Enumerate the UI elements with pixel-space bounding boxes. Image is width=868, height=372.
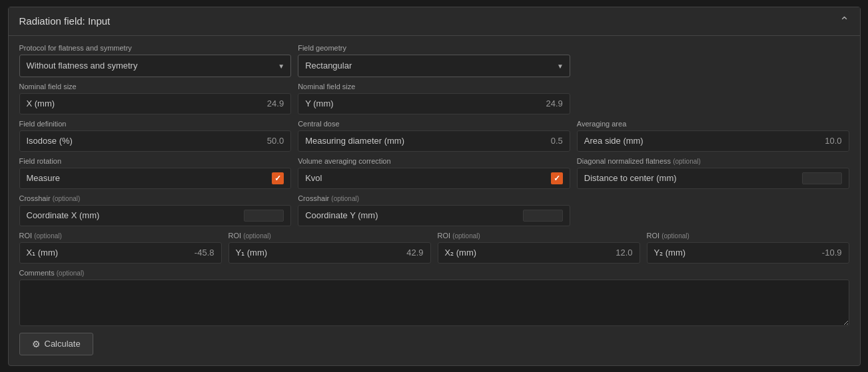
diagonal-flatness-field: Distance to center (mm): [577, 168, 849, 189]
diagonal-flatness-group: Diagonal normalized flatness (optional) …: [577, 157, 849, 189]
field-definition-value: 50.0: [267, 136, 284, 146]
gear-icon: ⚙: [32, 339, 41, 349]
spacer3: [577, 194, 849, 226]
averaging-area-sublabel: Area side (mm): [584, 136, 644, 146]
averaging-area-field: Area side (mm) 10.0: [577, 130, 849, 152]
row-field-def: Field definition Isodose (%) 50.0 Centra…: [19, 120, 849, 152]
nominal-y-group: Nominal field size Y (mm) 24.9: [298, 83, 570, 114]
window-title: Radiation field: Input: [19, 15, 111, 27]
crosshair-x-field: Coordinate X (mm): [19, 205, 292, 226]
roi-y1-sublabel: Y₁ (mm): [236, 248, 268, 258]
nominal-y-field: Y (mm) 24.9: [298, 93, 570, 114]
crosshair-y-group: Crosshair (optional) Coordinate Y (mm): [298, 194, 570, 226]
field-definition-label: Field definition: [19, 120, 292, 128]
roi-x2-field: X₂ (mm) 12.0: [438, 242, 640, 264]
calculate-button[interactable]: ⚙ Calculate: [19, 333, 93, 355]
spacer2: [577, 83, 849, 114]
nominal-x-group: Nominal field size X (mm) 24.9: [19, 83, 292, 114]
field-rotation-group: Field rotation Measure: [19, 157, 292, 189]
field-rotation-checkbox[interactable]: [272, 172, 284, 184]
roi-x2-label: ROI (optional): [438, 232, 640, 240]
field-rotation-sublabel: Measure: [27, 173, 61, 183]
nominal-x-label: Nominal field size: [19, 83, 292, 91]
protocol-label: Protocol for flatness and symmetry: [19, 44, 292, 52]
diagonal-flatness-sublabel: Distance to center (mm): [584, 173, 677, 183]
field-geometry-select[interactable]: Rectangular Circular Elliptical: [298, 55, 570, 77]
roi-y2-group: ROI (optional) Y₂ (mm) -10.9: [647, 232, 849, 264]
roi-x1-sublabel: X₁ (mm): [27, 248, 59, 258]
volume-averaging-sublabel: Kvol: [305, 173, 322, 183]
crosshair-x-group: Crosshair (optional) Coordinate X (mm): [19, 194, 292, 226]
protocol-select-wrapper: Without flatness and symetry With flatne…: [19, 55, 292, 77]
roi-y2-field: Y₂ (mm) -10.9: [647, 242, 849, 264]
roi-y2-sublabel: Y₂ (mm): [654, 248, 686, 258]
roi-x2-group: ROI (optional) X₂ (mm) 12.0: [438, 232, 640, 264]
roi-y1-value: 42.9: [406, 248, 423, 258]
comments-label: Comments (optional): [19, 269, 849, 277]
row-protocol-geometry: Protocol for flatness and symmetry Witho…: [19, 44, 849, 77]
nominal-x-field: X (mm) 24.9: [19, 93, 292, 114]
comments-textarea[interactable]: [19, 279, 849, 326]
roi-x2-sublabel: X₂ (mm): [445, 248, 477, 258]
row-crosshair: Crosshair (optional) Coordinate X (mm) C…: [19, 194, 849, 226]
diagonal-flatness-label: Diagonal normalized flatness (optional): [577, 157, 849, 165]
central-dose-value: 0.5: [551, 136, 563, 146]
crosshair-y-value[interactable]: [523, 210, 563, 222]
row-nominal: Nominal field size X (mm) 24.9 Nominal f…: [19, 83, 849, 114]
protocol-group: Protocol for flatness and symmetry Witho…: [19, 44, 292, 77]
nominal-y-sublabel: Y (mm): [305, 98, 333, 108]
roi-x2-value: 12.0: [616, 248, 632, 258]
roi-x1-label: ROI (optional): [19, 232, 222, 240]
volume-averaging-group: Volume averaging correction Kvol: [298, 157, 570, 189]
roi-y1-label: ROI (optional): [228, 232, 431, 240]
row-rotation: Field rotation Measure Volume averaging …: [19, 157, 849, 189]
nominal-y-label: Nominal field size: [298, 83, 570, 91]
comments-group: Comments (optional): [19, 269, 849, 326]
roi-y1-group: ROI (optional) Y₁ (mm) 42.9: [228, 232, 431, 264]
roi-y2-label: ROI (optional): [647, 232, 849, 240]
row-roi: ROI (optional) X₁ (mm) -45.8 ROI (option…: [19, 232, 849, 264]
central-dose-field: Measuring diameter (mm) 0.5: [298, 130, 570, 152]
diagonal-flatness-value[interactable]: [802, 172, 842, 184]
central-dose-sublabel: Measuring diameter (mm): [305, 136, 404, 146]
crosshair-x-label: Crosshair (optional): [19, 194, 292, 202]
roi-y2-value: -10.9: [822, 248, 842, 258]
crosshair-x-value[interactable]: [244, 210, 284, 222]
central-dose-group: Central dose Measuring diameter (mm) 0.5: [298, 120, 570, 152]
volume-averaging-field: Kvol: [298, 168, 570, 189]
field-definition-field: Isodose (%) 50.0: [19, 130, 292, 152]
crosshair-x-sublabel: Coordinate X (mm): [27, 210, 100, 220]
title-bar: Radiation field: Input ⌃: [9, 7, 860, 36]
crosshair-y-label: Crosshair (optional): [298, 194, 570, 202]
row-comments: Comments (optional): [19, 269, 849, 326]
roi-x1-group: ROI (optional) X₁ (mm) -45.8: [19, 232, 222, 264]
field-rotation-label: Field rotation: [19, 157, 292, 165]
field-geometry-select-wrapper: Rectangular Circular Elliptical: [298, 55, 570, 77]
field-definition-sublabel: Isodose (%): [27, 136, 73, 146]
nominal-x-sublabel: X (mm): [27, 98, 55, 108]
nominal-y-value: 24.9: [546, 98, 563, 108]
crosshair-y-field: Coordinate Y (mm): [298, 205, 570, 226]
field-geometry-label: Field geometry: [298, 44, 570, 52]
main-window: Radiation field: Input ⌃ Protocol for fl…: [8, 7, 861, 366]
calculate-label: Calculate: [45, 339, 81, 349]
protocol-select[interactable]: Without flatness and symetry With flatne…: [19, 55, 292, 77]
central-dose-label: Central dose: [298, 120, 570, 128]
averaging-area-label: Averaging area: [577, 120, 849, 128]
roi-x1-field: X₁ (mm) -45.8: [19, 242, 222, 264]
spacer1: [577, 44, 849, 77]
roi-y1-field: Y₁ (mm) 42.9: [228, 242, 431, 264]
content-area: Protocol for flatness and symmetry Witho…: [9, 36, 860, 363]
volume-averaging-label: Volume averaging correction: [298, 157, 570, 165]
volume-averaging-checkbox[interactable]: [551, 172, 563, 184]
field-definition-group: Field definition Isodose (%) 50.0: [19, 120, 292, 152]
crosshair-y-sublabel: Coordinate Y (mm): [305, 210, 378, 220]
field-geometry-group: Field geometry Rectangular Circular Elli…: [298, 44, 570, 77]
averaging-area-group: Averaging area Area side (mm) 10.0: [577, 120, 849, 152]
averaging-area-value: 10.0: [825, 136, 841, 146]
roi-x1-value: -45.8: [195, 248, 215, 258]
field-rotation-field: Measure: [19, 168, 292, 189]
nominal-x-value: 24.9: [267, 98, 284, 108]
collapse-icon[interactable]: ⌃: [839, 14, 849, 29]
